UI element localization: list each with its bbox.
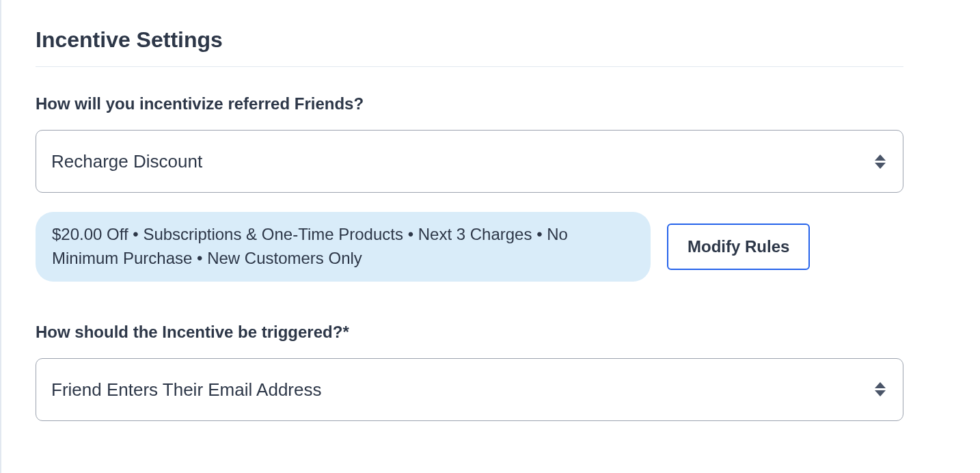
incentivize-select-wrapper: Recharge Discount	[36, 130, 903, 193]
trigger-label: How should the Incentive be triggered?*	[36, 323, 903, 342]
trigger-select[interactable]: Friend Enters Their Email Address	[36, 358, 903, 421]
rules-summary-pill: $20.00 Off • Subscriptions & One-Time Pr…	[36, 212, 651, 282]
incentivize-field-group: How will you incentivize referred Friend…	[36, 94, 903, 282]
incentivize-select[interactable]: Recharge Discount	[36, 130, 903, 193]
trigger-field-group: How should the Incentive be triggered?* …	[36, 323, 903, 421]
section-title: Incentive Settings	[36, 27, 903, 67]
modify-rules-button[interactable]: Modify Rules	[667, 224, 810, 270]
incentivize-label: How will you incentivize referred Friend…	[36, 94, 903, 113]
rules-row: $20.00 Off • Subscriptions & One-Time Pr…	[36, 212, 903, 282]
trigger-select-wrapper: Friend Enters Their Email Address	[36, 358, 903, 421]
